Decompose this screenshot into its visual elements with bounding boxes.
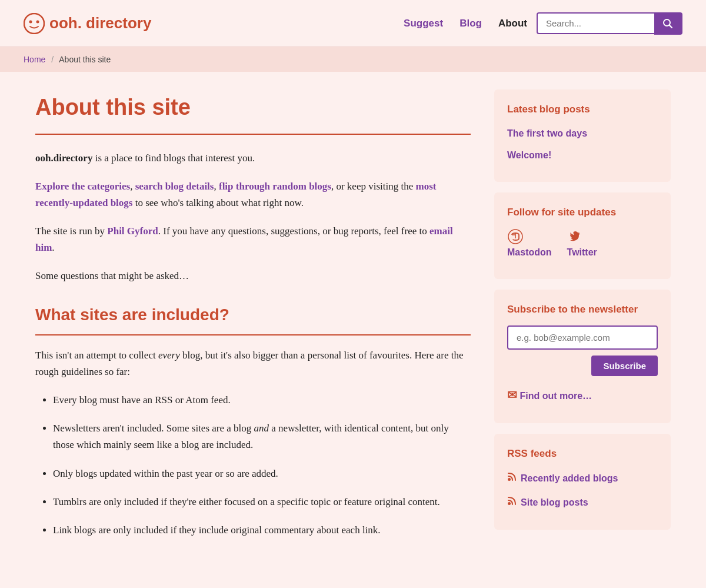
list-item: Tumblrs are only included if they're eit… — [53, 494, 471, 510]
section1-intro: This isn't an attempt to collect every b… — [35, 347, 471, 380]
list-item: Only blogs updated within the past year … — [53, 466, 471, 482]
every-italic: every — [158, 350, 180, 361]
svg-point-6 — [508, 478, 511, 481]
breadcrumb-separator: / — [51, 55, 54, 64]
search-blog-link[interactable]: search blog details — [135, 181, 214, 192]
list-item: Link blogs are only included if they inc… — [53, 522, 471, 539]
nav-suggest[interactable]: Suggest — [404, 15, 443, 31]
guidelines-list: Every blog must have an RSS or Atom feed… — [35, 392, 471, 538]
svg-line-4 — [670, 25, 672, 28]
newsletter-title: Subscribe to the newsletter — [507, 301, 658, 317]
main-column: About this site ooh.directory is a place… — [35, 89, 471, 550]
title-divider — [35, 134, 471, 135]
svg-point-2 — [36, 20, 39, 23]
follow-title: Follow for site updates — [507, 204, 658, 220]
site-name-bold: ooh.directory — [35, 152, 92, 164]
site-logo[interactable]: ooh. directory — [24, 11, 404, 36]
run-by-rest: . If you have any questions, suggestions… — [158, 225, 429, 237]
svg-point-7 — [508, 502, 511, 505]
logo-text: ooh. directory — [49, 11, 151, 36]
rss-icon-2 — [507, 496, 521, 508]
page-title: About this site — [35, 89, 471, 125]
search-icon — [662, 18, 673, 29]
intro-rest: is a place to find blogs that interest y… — [92, 152, 255, 164]
random-blogs-link[interactable]: flip through random blogs — [219, 181, 331, 192]
find-out-label: Find out more… — [519, 391, 592, 401]
face-icon — [24, 13, 45, 34]
rss-site-blog-link[interactable]: Site blog posts — [507, 494, 658, 511]
mastodon-link[interactable]: Mastodon — [507, 228, 552, 260]
envelope-icon: ✉ — [507, 388, 517, 401]
links-paragraph: Explore the categories, search blog deta… — [35, 178, 471, 211]
intro-paragraph: ooh.directory is a place to find blogs t… — [35, 150, 471, 167]
mastodon-icon — [507, 228, 524, 245]
latest-post-link-1[interactable]: The first two days — [507, 126, 658, 141]
breadcrumb: Home / About this site — [0, 47, 706, 72]
list-item: Newsletters aren't included. Some sites … — [53, 420, 471, 453]
list-item: Every blog must have an RSS or Atom feed… — [53, 392, 471, 408]
subscribe-row: Subscribe — [507, 356, 658, 376]
follow-card: Follow for site updates Mastodon — [494, 192, 671, 279]
rss-recently-added-label: Recently added blogs — [521, 473, 618, 483]
explore-categories-link[interactable]: Explore the categories — [35, 181, 130, 192]
nav-about[interactable]: About — [498, 15, 527, 31]
page-content: About this site ooh.directory is a place… — [12, 72, 694, 585]
email-rest: . — [52, 242, 54, 253]
and-italic: and — [254, 423, 269, 434]
breadcrumb-current: About this site — [59, 55, 111, 64]
breadcrumb-home[interactable]: Home — [24, 55, 45, 64]
some-questions-text: Some questions that might be asked… — [35, 268, 471, 284]
rss-icon-1 — [507, 472, 521, 484]
rss-site-blog-label: Site blog posts — [521, 497, 588, 507]
mastodon-label: Mastodon — [507, 247, 552, 257]
run-by-paragraph: The site is run by Phil Gyford. If you h… — [35, 223, 471, 256]
newsletter-card: Subscribe to the newsletter Subscribe ✉ … — [494, 290, 671, 423]
svg-point-1 — [29, 20, 32, 23]
search-button[interactable] — [654, 12, 682, 35]
nav-blog[interactable]: Blog — [459, 15, 482, 31]
rss-card: RSS feeds Recently added blogs — [494, 434, 671, 530]
twitter-icon — [567, 228, 584, 245]
run-by-text: The site is run by — [35, 225, 107, 237]
follow-links: Mastodon Twitter — [507, 228, 658, 267]
newsletter-email-input[interactable] — [507, 325, 658, 350]
subscribe-button[interactable]: Subscribe — [591, 356, 658, 376]
svg-point-0 — [24, 14, 44, 34]
latest-posts-card: Latest blog posts The first two days Wel… — [494, 89, 671, 181]
latest-posts-title: Latest blog posts — [507, 101, 658, 117]
latest-post-link-2[interactable]: Welcome! — [507, 148, 658, 163]
search-input[interactable] — [537, 12, 654, 34]
sidebar: Latest blog posts The first two days Wel… — [494, 89, 671, 550]
search-form — [537, 12, 682, 35]
twitter-label: Twitter — [567, 247, 597, 257]
phil-gyford-link[interactable]: Phil Gyford — [107, 225, 158, 237]
twitter-link[interactable]: Twitter — [567, 228, 597, 260]
section1-heading: What sites are included? — [35, 302, 471, 328]
rss-recently-added-link[interactable]: Recently added blogs — [507, 470, 658, 487]
find-out-more-link[interactable]: ✉ Find out more… — [507, 386, 658, 404]
main-nav: Suggest Blog About — [404, 15, 527, 31]
section1-divider — [35, 334, 471, 335]
rss-title: RSS feeds — [507, 446, 658, 461]
